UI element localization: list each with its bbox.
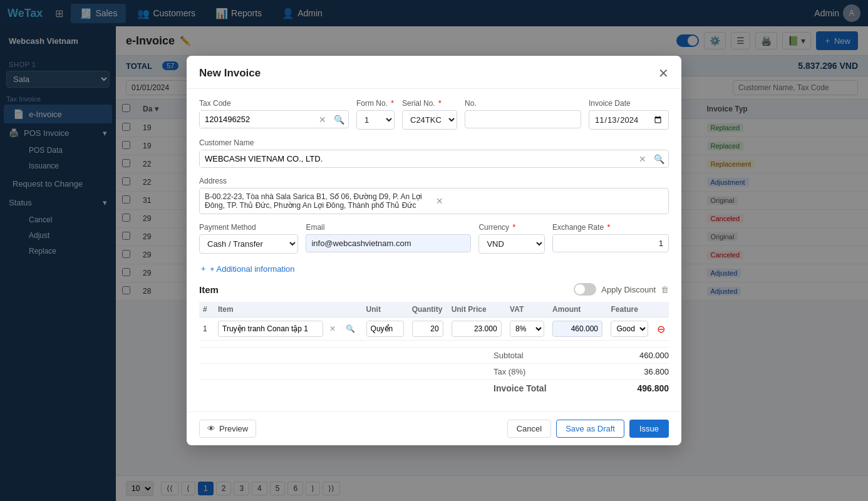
col-quantity: Quantity [408,302,448,318]
preview-button[interactable]: 👁 Preview [199,420,256,438]
item-unit-input[interactable] [366,321,404,337]
address-group: Address B-00.22-23, Tòa nhà Sala Sarica … [199,177,669,214]
form-no-label: Form No. * [356,99,395,108]
tax-row: Tax (8%) 36.800 [199,363,669,380]
address-display: B-00.22-23, Tòa nhà Sala Sarica B1, Số 0… [199,188,669,214]
no-label: No. [465,99,581,108]
item-name-input[interactable] [218,321,323,337]
modal-overlay[interactable]: New Invoice ✕ Tax Code ✕ 🔍 Form No. * 1 [0,0,868,501]
invoice-date-group: Invoice Date [589,99,669,130]
new-invoice-modal: New Invoice ✕ Tax Code ✕ 🔍 Form No. * 1 [187,56,681,445]
serial-no-group: Serial No. * C24TKC [402,99,457,130]
invoice-date-input[interactable] [589,110,669,130]
form-row-1: Tax Code ✕ 🔍 Form No. * 1 Serial No. * [199,99,669,130]
form-row-2: Customer Name ✕ 🔍 [199,138,669,168]
invoice-total-row: Invoice Total 496.800 [199,380,669,396]
customer-name-input[interactable] [200,150,635,167]
form-row-3: Address B-00.22-23, Tòa nhà Sala Sarica … [199,177,669,214]
items-table: # Item Unit Quantity Unit Price VAT Amou… [199,302,669,341]
col-no: # [199,302,214,318]
cancel-button[interactable]: Cancel [507,420,551,438]
customer-name-label: Customer Name [199,138,669,147]
modal-title: New Invoice [199,67,261,80]
customer-name-wrap: ✕ 🔍 [199,150,669,168]
invoice-date-label: Invoice Date [589,99,669,108]
apply-discount-label: Apply Discount [601,285,656,294]
exchange-rate-group: Exchange Rate * [552,223,669,252]
no-input[interactable] [465,110,581,128]
exchange-rate-label: Exchange Rate * [552,223,669,232]
col-vat: VAT [506,302,549,318]
item-vat-cell: 8% 10% 0% [506,318,549,341]
currency-select[interactable]: VND USD EUR [478,234,545,254]
modal-body: Tax Code ✕ 🔍 Form No. * 1 Serial No. * [187,89,681,406]
item-row-1: 1 ✕ 🔍 [199,318,669,341]
email-input[interactable] [306,234,471,252]
item-qty-input[interactable] [412,321,443,337]
item-remove-cell: ⊖ [653,318,669,341]
tax-code-search-btn[interactable]: 🔍 [330,115,348,125]
tax-code-input-wrap: ✕ 🔍 [199,110,349,128]
invoice-total-label: Invoice Total [493,383,594,393]
item-vat-select[interactable]: 8% 10% 0% [510,321,544,337]
issue-button[interactable]: Issue [629,420,669,438]
address-text: B-00.22-23, Tòa nhà Sala Sarica B1, Số 0… [205,192,432,210]
col-unit-price: Unit Price [448,302,506,318]
tax-value: 36.800 [606,367,669,376]
form-no-select[interactable]: 1 [356,110,395,130]
customer-name-group: Customer Name ✕ 🔍 [199,138,669,168]
save-draft-button[interactable]: Save as Draft [556,420,624,438]
item-feature-select[interactable]: Good Service [611,321,648,337]
item-price-cell [448,318,506,341]
payment-method-label: Payment Method [199,223,298,232]
col-amount: Amount [549,302,607,318]
form-row-4: Payment Method Cash / Transfer Cash Tran… [199,223,669,254]
no-group: No. [465,99,581,130]
col-feature: Feature [607,302,653,318]
modal-header: New Invoice ✕ [187,56,681,89]
apply-discount-wrap: Apply Discount 🗑 [574,283,669,296]
item-qty-cell [408,318,448,341]
apply-discount-toggle[interactable] [574,283,596,296]
eye-icon: 👁 [207,424,215,433]
customer-search-btn[interactable]: 🔍 [650,154,668,164]
subtotal-value: 460.000 [606,351,669,360]
payment-method-group: Payment Method Cash / Transfer Cash Tran… [199,223,298,254]
email-label: Email [306,223,471,232]
footer-actions: Cancel Save as Draft Issue [507,420,669,438]
totals-section: Subtotal 460.000 Tax (8%) 36.800 Invoice… [199,347,669,396]
form-no-group: Form No. * 1 [356,99,395,130]
item-section-title: Item [199,284,219,295]
currency-group: Currency * VND USD EUR [478,223,545,254]
item-amount-input[interactable] [552,321,602,337]
serial-no-select[interactable]: C24TKC [402,110,457,130]
payment-method-select[interactable]: Cash / Transfer Cash Transfer Other [199,234,298,254]
col-action [653,302,669,318]
item-feature-cell: Good Service [607,318,653,341]
subtotal-label: Subtotal [493,351,594,360]
tax-code-input[interactable] [200,111,315,128]
customer-clear-btn[interactable]: ✕ [635,154,650,164]
tax-label: Tax (8%) [493,367,594,376]
invoice-total-value: 496.800 [606,383,669,393]
email-group: Email [306,223,471,252]
item-name-search[interactable]: 🔍 [342,324,359,333]
serial-no-label: Serial No. * [402,99,457,108]
modal-footer: 👁 Preview Cancel Save as Draft Issue [187,411,681,445]
address-label: Address [199,177,669,185]
col-item: Item [214,302,363,318]
item-amount-cell [549,318,607,341]
currency-label: Currency * [478,223,545,232]
col-unit: Unit [363,302,408,318]
modal-close-button[interactable]: ✕ [658,66,669,81]
plus-icon-info: ＋ [199,263,207,274]
add-info-link[interactable]: ＋ + Additional information [199,263,295,274]
item-name-clear[interactable]: ✕ [326,324,339,333]
tax-code-clear-btn[interactable]: ✕ [315,115,330,125]
item-price-input[interactable] [452,321,502,337]
exchange-rate-input[interactable] [552,234,669,252]
item-remove-btn[interactable]: ⊖ [657,323,665,335]
item-name-cell: ✕ 🔍 [214,318,363,341]
address-clear-btn[interactable]: ✕ [436,196,663,206]
item-section-header: Item Apply Discount 🗑 [199,283,669,296]
